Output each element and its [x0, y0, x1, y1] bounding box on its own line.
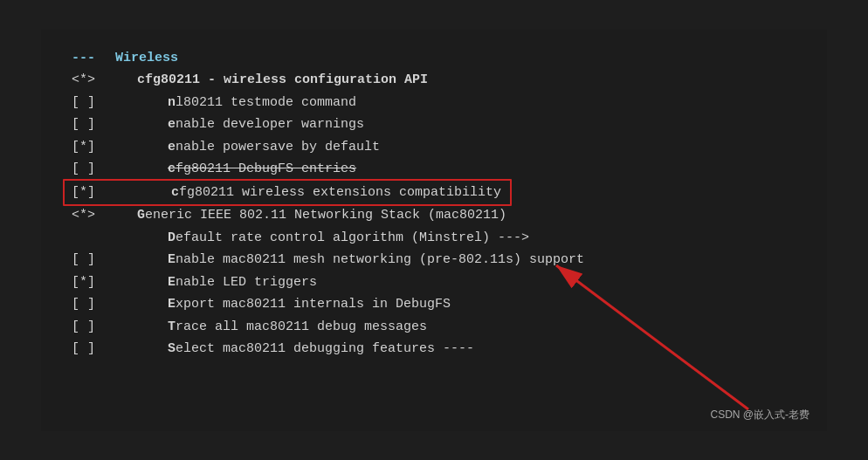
- line-debugfs: [ ] cfg80211 DebugFS entries: [72, 158, 796, 181]
- line-content: Enable mac80211 mesh networking (pre-802…: [168, 249, 584, 271]
- line-prefix: [ ]: [72, 293, 111, 316]
- line-prefix: <*>: [72, 204, 111, 227]
- line-export-internals: [ ] Export mac80211 internals in DebugFS: [72, 293, 796, 316]
- line-default-rate: Default rate control algorithm (Minstrel…: [72, 227, 796, 250]
- line-prefix: [ ]: [72, 338, 111, 360]
- line-wireless-header: --- Wireless: [72, 47, 796, 70]
- line-content: enable developer warnings: [168, 113, 364, 136]
- line-cfg80211: <*> cfg80211 - wireless configuration AP…: [72, 69, 796, 92]
- line-prefix: <*>: [72, 69, 111, 92]
- line-prefix: [ ]: [72, 92, 111, 114]
- watermark: CSDN @嵌入式-老费: [710, 408, 809, 422]
- line-prefix: [*]: [72, 182, 111, 204]
- line-content: cfg80211 - wireless configuration API: [137, 69, 428, 92]
- line-content: cfg80211 wireless extensions compatibili…: [168, 181, 505, 205]
- line-nl80211: [ ] nl80211 testmode command: [72, 92, 796, 114]
- line-prefix: [ ]: [72, 249, 111, 271]
- line-content: Default rate control algorithm (Minstrel…: [168, 227, 529, 250]
- line-trace-messages: [ ] Trace all mac80211 debug messages: [72, 316, 796, 339]
- line-select-debugging: [ ] Select mac80211 debugging features -…: [72, 338, 796, 360]
- line-content: Export mac80211 internals in DebugFS: [168, 293, 451, 316]
- line-prefix: [ ]: [72, 113, 111, 136]
- line-mesh-networking: [ ] Enable mac80211 mesh networking (pre…: [72, 249, 796, 271]
- line-content: Select mac80211 debugging features ----: [168, 338, 474, 360]
- line-prefix: [ ]: [72, 158, 111, 181]
- line-content: enable powersave by default: [168, 136, 380, 159]
- line-content: cfg80211 DebugFS entries: [168, 158, 356, 181]
- line-enable-powersave: [*] enable powersave by default: [72, 136, 796, 159]
- line-prefix: [*]: [72, 136, 111, 159]
- line-prefix: [*]: [72, 271, 111, 294]
- line-generic-ieee: <*> Generic IEEE 802.11 Networking Stack…: [72, 204, 796, 227]
- line-prefix: [ ]: [72, 316, 111, 339]
- terminal-window: --- Wireless <*> cfg80211 - wireless con…: [41, 30, 827, 431]
- line-content: Wireless: [115, 47, 178, 70]
- line-content: Enable LED triggers: [168, 271, 317, 294]
- line-wireless-extensions: [*] cfg80211 wireless extensions compati…: [72, 181, 796, 205]
- line-content: nl80211 testmode command: [168, 92, 356, 114]
- line-prefix: ---: [72, 47, 115, 70]
- line-content: Generic IEEE 802.11 Networking Stack (ma…: [137, 204, 506, 227]
- line-led-triggers: [*] Enable LED triggers: [72, 271, 796, 294]
- line-content: Trace all mac80211 debug messages: [168, 316, 427, 339]
- line-enable-developer: [ ] enable developer warnings: [72, 113, 796, 136]
